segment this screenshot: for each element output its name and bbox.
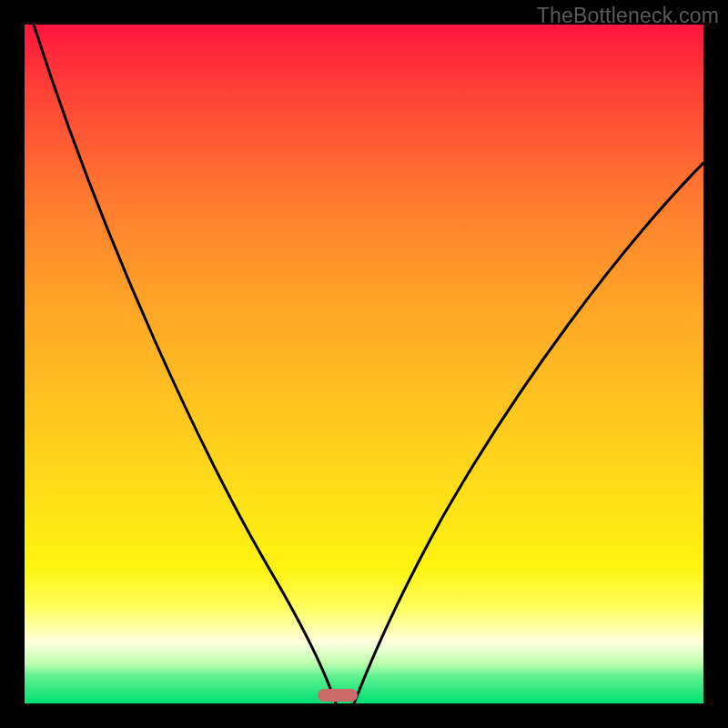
chart-area — [25, 25, 703, 703]
right-curve — [354, 163, 703, 703]
bottleneck-marker — [318, 689, 358, 702]
bottleneck-curves — [25, 25, 703, 703]
watermark-text: TheBottleneck.com — [537, 4, 719, 28]
left-curve — [34, 25, 336, 703]
